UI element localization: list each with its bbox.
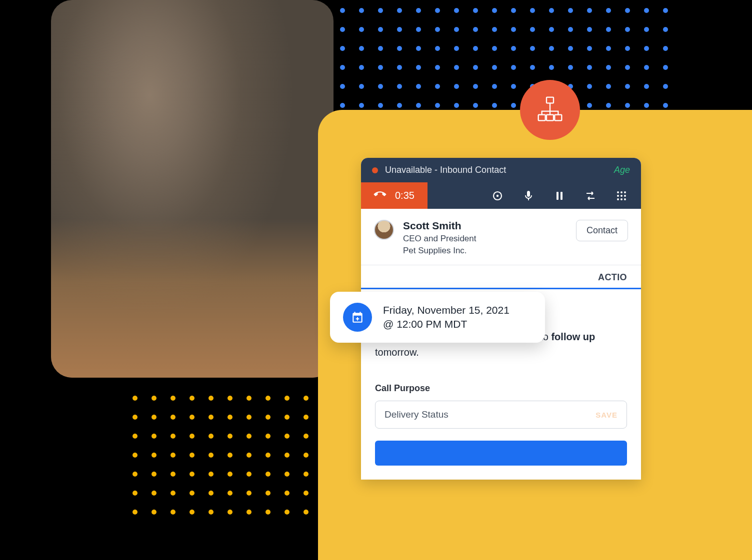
- dialpad-button[interactable]: [615, 189, 628, 202]
- contact-button[interactable]: Contact: [576, 220, 628, 241]
- note-bold: follow up: [551, 331, 595, 342]
- mute-button[interactable]: [522, 189, 535, 202]
- svg-point-12: [620, 195, 622, 197]
- svg-rect-3: [554, 115, 562, 121]
- svg-rect-2: [546, 115, 554, 121]
- schedule-date: Friday, November 15, 2021: [383, 304, 510, 316]
- primary-action-button[interactable]: [375, 441, 627, 466]
- caller-header: Scott Smith CEO and President Pet Suppli…: [361, 209, 641, 265]
- svg-point-14: [617, 198, 619, 200]
- detail-tabs: ACTIO: [361, 265, 641, 289]
- svg-point-8: [617, 191, 619, 193]
- save-hint: SAVE: [596, 411, 618, 419]
- agent-status-text: Unavailable - Inbound Contact: [385, 165, 607, 175]
- svg-point-13: [624, 195, 626, 197]
- call-purpose-label: Call Purpose: [375, 383, 627, 394]
- call-purpose-value: Delivery Status: [384, 409, 448, 420]
- svg-point-11: [617, 195, 619, 197]
- agent-status-right: Age: [614, 165, 630, 175]
- record-button[interactable]: [491, 189, 504, 202]
- svg-rect-6: [556, 192, 558, 200]
- hold-button[interactable]: [553, 189, 566, 202]
- svg-rect-0: [546, 97, 554, 103]
- caller-title: CEO and President: [403, 234, 476, 244]
- schedule-chip[interactable]: Friday, November 15, 2021 @ 12:00 PM MDT: [330, 292, 545, 343]
- calendar-add-icon: [343, 303, 372, 332]
- caller-org: Pet Supplies Inc.: [403, 246, 476, 256]
- hero-photo: [51, 0, 334, 378]
- org-chart-badge[interactable]: [520, 80, 580, 140]
- svg-rect-7: [560, 192, 562, 200]
- status-indicator-dot: [372, 167, 378, 173]
- svg-point-15: [620, 198, 622, 200]
- svg-rect-1: [538, 115, 546, 121]
- svg-point-16: [624, 198, 626, 200]
- svg-point-9: [620, 191, 622, 193]
- tab-action[interactable]: ACTIO: [584, 265, 641, 288]
- call-duration: 0:35: [395, 190, 414, 201]
- schedule-time: @ 12:00 PM MDT: [383, 318, 510, 330]
- call-purpose-select[interactable]: Delivery Status SAVE: [375, 401, 627, 429]
- svg-point-5: [496, 194, 498, 196]
- caller-name: Scott Smith: [403, 220, 476, 232]
- org-chart-icon: [536, 95, 564, 125]
- phone-hangup-icon: [374, 188, 386, 203]
- transfer-button[interactable]: [584, 189, 597, 202]
- call-controls: 0:35: [361, 182, 641, 209]
- agent-status-bar: Unavailable - Inbound Contact Age: [361, 158, 641, 182]
- svg-point-10: [624, 191, 626, 193]
- caller-avatar: [374, 220, 394, 240]
- note-post: tomorrow.: [375, 347, 419, 358]
- hangup-button[interactable]: 0:35: [361, 182, 428, 209]
